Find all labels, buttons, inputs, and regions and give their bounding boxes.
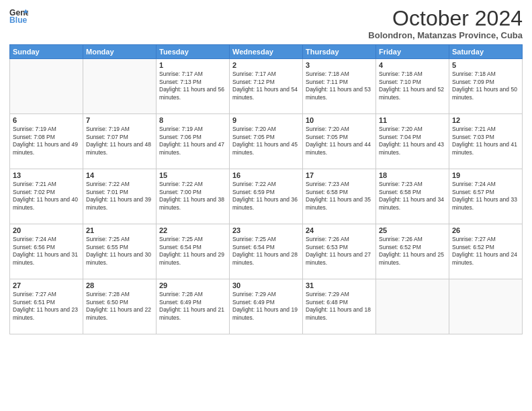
day-number: 5 (452, 61, 519, 69)
table-row: 18Sunrise: 7:23 AM Sunset: 6:58 PM Dayli… (376, 169, 449, 224)
calendar-week-row: 27Sunrise: 7:27 AM Sunset: 6:51 PM Dayli… (10, 279, 523, 334)
table-row: 2Sunrise: 7:17 AM Sunset: 7:12 PM Daylig… (230, 59, 303, 114)
cell-details: Sunrise: 7:26 AM Sunset: 6:53 PM Dayligh… (306, 236, 373, 267)
header-wednesday: Wednesday (230, 45, 303, 59)
cell-details: Sunrise: 7:24 AM Sunset: 6:56 PM Dayligh… (13, 236, 80, 267)
header-friday: Friday (376, 45, 449, 59)
day-number: 7 (86, 116, 153, 124)
header-tuesday: Tuesday (157, 45, 230, 59)
table-row: 25Sunrise: 7:26 AM Sunset: 6:52 PM Dayli… (376, 224, 449, 279)
logo: General Blue (9, 7, 30, 26)
day-number: 15 (159, 171, 226, 179)
cell-details: Sunrise: 7:17 AM Sunset: 7:12 PM Dayligh… (232, 71, 300, 101)
cell-details: Sunrise: 7:19 AM Sunset: 7:08 PM Dayligh… (13, 126, 80, 156)
logo-icon: General Blue (9, 7, 28, 26)
table-row: 9Sunrise: 7:20 AM Sunset: 7:05 PM Daylig… (230, 114, 303, 169)
cell-details: Sunrise: 7:29 AM Sunset: 6:49 PM Dayligh… (232, 291, 300, 322)
cell-details: Sunrise: 7:20 AM Sunset: 7:05 PM Dayligh… (306, 126, 373, 156)
day-number: 27 (13, 281, 80, 289)
table-row: 17Sunrise: 7:23 AM Sunset: 6:58 PM Dayli… (303, 169, 376, 224)
table-row: 11Sunrise: 7:20 AM Sunset: 7:04 PM Dayli… (376, 114, 449, 169)
day-number: 14 (86, 171, 153, 179)
day-number: 31 (306, 281, 373, 289)
table-row (83, 59, 157, 114)
calendar-week-row: 13Sunrise: 7:21 AM Sunset: 7:02 PM Dayli… (10, 169, 523, 224)
cell-details: Sunrise: 7:23 AM Sunset: 6:58 PM Dayligh… (379, 181, 446, 212)
table-row: 24Sunrise: 7:26 AM Sunset: 6:53 PM Dayli… (303, 224, 376, 279)
day-number: 3 (306, 61, 373, 69)
cell-details: Sunrise: 7:21 AM Sunset: 7:03 PM Dayligh… (452, 126, 519, 156)
day-number: 28 (86, 281, 153, 289)
day-number: 25 (379, 226, 446, 234)
table-row: 20Sunrise: 7:24 AM Sunset: 6:56 PM Dayli… (10, 224, 83, 279)
cell-details: Sunrise: 7:18 AM Sunset: 7:11 PM Dayligh… (306, 71, 373, 101)
table-row: 15Sunrise: 7:22 AM Sunset: 7:00 PM Dayli… (157, 169, 230, 224)
day-number: 29 (159, 281, 226, 289)
cell-details: Sunrise: 7:27 AM Sunset: 6:52 PM Dayligh… (452, 236, 519, 267)
table-row: 22Sunrise: 7:25 AM Sunset: 6:54 PM Dayli… (157, 224, 230, 279)
svg-text:Blue: Blue (9, 15, 28, 25)
table-row: 16Sunrise: 7:22 AM Sunset: 6:59 PM Dayli… (230, 169, 303, 224)
header-sunday: Sunday (10, 45, 83, 59)
calendar-header-row: Sunday Monday Tuesday Wednesday Thursday… (10, 45, 523, 59)
calendar-week-row: 6Sunrise: 7:19 AM Sunset: 7:08 PM Daylig… (10, 114, 523, 169)
page: General Blue October 2024 Bolondron, Mat… (0, 0, 532, 411)
day-number: 6 (13, 116, 80, 124)
table-row: 3Sunrise: 7:18 AM Sunset: 7:11 PM Daylig… (303, 59, 376, 114)
table-row (376, 279, 449, 334)
day-number: 12 (452, 116, 519, 124)
cell-details: Sunrise: 7:25 AM Sunset: 6:54 PM Dayligh… (232, 236, 300, 267)
day-number: 21 (86, 226, 153, 234)
day-number: 30 (232, 281, 300, 289)
table-row: 13Sunrise: 7:21 AM Sunset: 7:02 PM Dayli… (10, 169, 83, 224)
cell-details: Sunrise: 7:25 AM Sunset: 6:54 PM Dayligh… (159, 236, 226, 267)
day-number: 22 (159, 226, 226, 234)
table-row: 6Sunrise: 7:19 AM Sunset: 7:08 PM Daylig… (10, 114, 83, 169)
table-row: 29Sunrise: 7:28 AM Sunset: 6:49 PM Dayli… (157, 279, 230, 334)
day-number: 13 (13, 171, 80, 179)
cell-details: Sunrise: 7:22 AM Sunset: 7:00 PM Dayligh… (159, 181, 226, 212)
cell-details: Sunrise: 7:28 AM Sunset: 6:49 PM Dayligh… (159, 291, 226, 322)
table-row: 26Sunrise: 7:27 AM Sunset: 6:52 PM Dayli… (449, 224, 523, 279)
day-number: 16 (232, 171, 300, 179)
month-title: October 2024 (368, 7, 523, 30)
calendar-week-row: 20Sunrise: 7:24 AM Sunset: 6:56 PM Dayli… (10, 224, 523, 279)
cell-details: Sunrise: 7:27 AM Sunset: 6:51 PM Dayligh… (13, 291, 80, 322)
cell-details: Sunrise: 7:18 AM Sunset: 7:10 PM Dayligh… (379, 71, 446, 101)
table-row: 10Sunrise: 7:20 AM Sunset: 7:05 PM Dayli… (303, 114, 376, 169)
day-number: 2 (232, 61, 300, 69)
table-row: 8Sunrise: 7:19 AM Sunset: 7:06 PM Daylig… (157, 114, 230, 169)
day-number: 17 (306, 171, 373, 179)
day-number: 20 (13, 226, 80, 234)
table-row (10, 59, 83, 114)
cell-details: Sunrise: 7:21 AM Sunset: 7:02 PM Dayligh… (13, 181, 80, 212)
day-number: 1 (159, 61, 226, 69)
cell-details: Sunrise: 7:24 AM Sunset: 6:57 PM Dayligh… (452, 181, 519, 212)
header: General Blue October 2024 Bolondron, Mat… (9, 7, 523, 40)
day-number: 8 (159, 116, 226, 124)
header-monday: Monday (83, 45, 157, 59)
cell-details: Sunrise: 7:17 AM Sunset: 7:13 PM Dayligh… (159, 71, 226, 101)
day-number: 9 (232, 116, 300, 124)
title-block: October 2024 Bolondron, Matanzas Provinc… (368, 7, 523, 40)
table-row: 19Sunrise: 7:24 AM Sunset: 6:57 PM Dayli… (449, 169, 523, 224)
day-number: 11 (379, 116, 446, 124)
cell-details: Sunrise: 7:20 AM Sunset: 7:04 PM Dayligh… (379, 126, 446, 156)
cell-details: Sunrise: 7:28 AM Sunset: 6:50 PM Dayligh… (86, 291, 153, 322)
table-row: 14Sunrise: 7:22 AM Sunset: 7:01 PM Dayli… (83, 169, 157, 224)
day-number: 19 (452, 171, 519, 179)
day-number: 26 (452, 226, 519, 234)
table-row: 28Sunrise: 7:28 AM Sunset: 6:50 PM Dayli… (83, 279, 157, 334)
cell-details: Sunrise: 7:22 AM Sunset: 7:01 PM Dayligh… (86, 181, 153, 212)
cell-details: Sunrise: 7:25 AM Sunset: 6:55 PM Dayligh… (86, 236, 153, 267)
table-row: 4Sunrise: 7:18 AM Sunset: 7:10 PM Daylig… (376, 59, 449, 114)
table-row: 1Sunrise: 7:17 AM Sunset: 7:13 PM Daylig… (157, 59, 230, 114)
header-thursday: Thursday (303, 45, 376, 59)
day-number: 10 (306, 116, 373, 124)
calendar-table: Sunday Monday Tuesday Wednesday Thursday… (9, 44, 523, 334)
table-row: 21Sunrise: 7:25 AM Sunset: 6:55 PM Dayli… (83, 224, 157, 279)
table-row: 5Sunrise: 7:18 AM Sunset: 7:09 PM Daylig… (449, 59, 523, 114)
cell-details: Sunrise: 7:19 AM Sunset: 7:06 PM Dayligh… (159, 126, 226, 156)
table-row: 31Sunrise: 7:29 AM Sunset: 6:48 PM Dayli… (303, 279, 376, 334)
cell-details: Sunrise: 7:29 AM Sunset: 6:48 PM Dayligh… (306, 291, 373, 322)
